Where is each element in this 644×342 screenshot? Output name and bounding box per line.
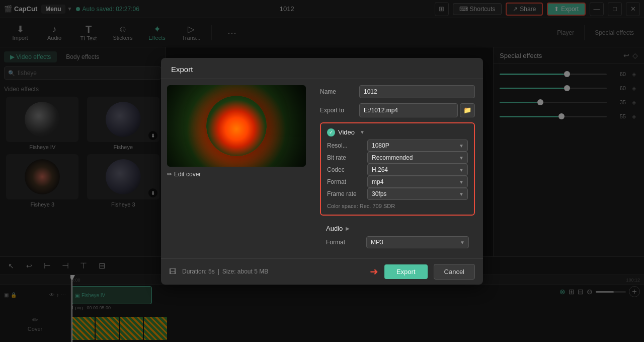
video-collapse-icon[interactable]: ▼	[360, 129, 365, 135]
audio-format-select[interactable]: MP3 AAC WAV	[366, 236, 469, 248]
audio-section-label: Audio	[326, 225, 343, 232]
export-to-row: Export to 📁	[320, 103, 475, 117]
dialog-form: Name Export to 📁 ✓ Video	[312, 79, 483, 258]
bitrate-row: Bit rate Recommended Low High ▼	[327, 152, 468, 164]
export-dialog: Export ✏ Edit cover Name	[161, 58, 483, 285]
bitrate-select[interactable]: Recommended Low High	[367, 152, 468, 164]
dialog-export-label: Export	[396, 268, 416, 276]
framerate-row: Frame rate 30fps 24fps 60fps ▼	[327, 188, 468, 200]
dialog-export-button[interactable]: Export	[384, 264, 428, 279]
dialog-body: ✏ Edit cover Name Export to 📁	[161, 79, 483, 258]
name-row: Name	[320, 85, 475, 98]
dialog-overlay[interactable]: Export ✏ Edit cover Name	[0, 0, 644, 342]
codec-select[interactable]: H.264 H.265 ProRes	[367, 164, 468, 176]
name-input[interactable]	[359, 85, 475, 98]
edit-cover-button[interactable]: ✏ Edit cover	[167, 171, 306, 178]
dialog-cancel-button[interactable]: Cancel	[434, 264, 475, 280]
audio-format-select-wrapper: MP3 AAC WAV ▼	[366, 236, 469, 248]
separator: |	[218, 268, 219, 275]
preview-cover-image	[167, 85, 306, 167]
audio-format-row: Format MP3 AAC WAV ▼	[326, 236, 469, 252]
video-section-header: ✓ Video ▼	[327, 128, 468, 136]
video-section-label: Video	[338, 128, 355, 136]
framerate-select[interactable]: 30fps 24fps 60fps	[367, 188, 468, 200]
name-label: Name	[320, 88, 355, 95]
footer-info: Duration: 5s | Size: about 5 MB	[182, 268, 268, 275]
export-arrow-indicator: ➜	[370, 265, 378, 278]
dialog-footer: 🎞 Duration: 5s | Size: about 5 MB ➜ Expo…	[161, 258, 483, 285]
export-to-label: Export to	[320, 107, 355, 114]
video-check-icon[interactable]: ✓	[327, 128, 335, 136]
size-label: Size: about 5 MB	[222, 268, 268, 275]
folder-browse-btn[interactable]: 📁	[460, 103, 475, 117]
resolution-label: Resol...	[327, 142, 367, 149]
audio-section: Audio ▶ Format MP3 AAC WAV ▼	[320, 221, 475, 252]
pencil-icon: ✏	[167, 171, 172, 178]
bitrate-select-wrapper: Recommended Low High ▼	[367, 152, 468, 164]
export-path-wrapper: 📁	[359, 103, 475, 117]
color-space-row: Color space: Rec. 709 SDR	[327, 200, 468, 210]
resolution-row: Resol... 1080P 720P 2K 4K ▼	[327, 140, 468, 152]
flower-thumbnail	[206, 96, 267, 156]
dialog-title: Export	[161, 58, 483, 79]
framerate-label: Frame rate	[327, 190, 367, 197]
video-settings-section: ✓ Video ▼ Resol... 1080P 720P 2K	[320, 122, 475, 216]
edit-cover-label: Edit cover	[174, 171, 201, 178]
resolution-select-wrapper: 1080P 720P 2K 4K ▼	[367, 140, 468, 152]
video-settings-scroll: ✓ Video ▼ Resol... 1080P 720P 2K	[327, 128, 468, 210]
duration-label: Duration: 5s	[182, 268, 215, 275]
format-select-wrapper: mp4 mov avi ▼	[367, 176, 468, 188]
codec-select-wrapper: H.264 H.265 ProRes ▼	[367, 164, 468, 176]
dialog-preview-section: ✏ Edit cover	[161, 79, 312, 258]
format-row: Format mp4 mov avi ▼	[327, 176, 468, 188]
bitrate-label: Bit rate	[327, 154, 367, 161]
export-path-input[interactable]	[359, 103, 458, 117]
film-icon: 🎞	[169, 267, 176, 276]
codec-row: Codec H.264 H.265 ProRes ▼	[327, 164, 468, 176]
color-space-label: Color space: Rec. 709 SDR	[327, 203, 395, 209]
audio-section-header[interactable]: Audio ▶	[326, 225, 469, 236]
audio-expand-icon: ▶	[346, 226, 350, 231]
audio-format-label: Format	[326, 239, 366, 246]
dialog-cancel-label: Cancel	[444, 268, 464, 276]
resolution-select[interactable]: 1080P 720P 2K 4K	[367, 140, 468, 152]
codec-label: Codec	[327, 166, 367, 173]
framerate-select-wrapper: 30fps 24fps 60fps ▼	[367, 188, 468, 200]
format-select[interactable]: mp4 mov avi	[367, 176, 468, 188]
format-label: Format	[327, 178, 367, 185]
